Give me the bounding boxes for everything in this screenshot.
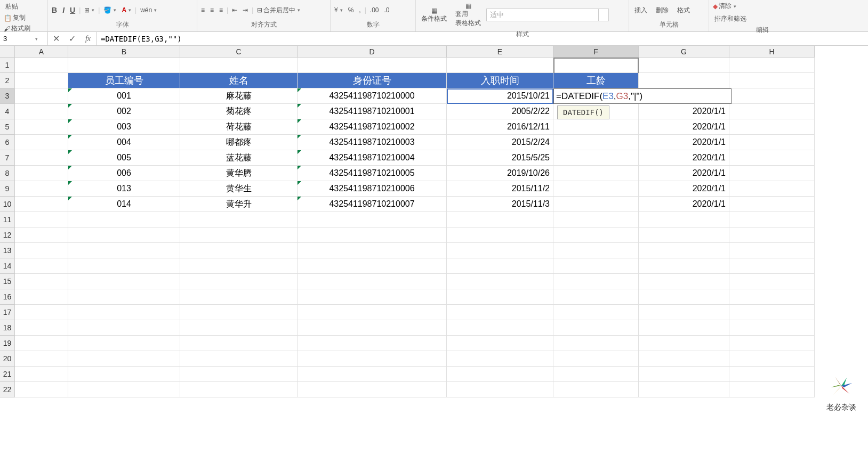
cell[interactable]: 2016/12/11 bbox=[447, 119, 553, 135]
cell[interactable] bbox=[553, 367, 639, 382]
row-header-17[interactable]: 17 bbox=[0, 305, 15, 320]
cell[interactable]: 432541198710210004 bbox=[298, 150, 447, 166]
cell[interactable] bbox=[553, 150, 639, 166]
cell[interactable] bbox=[15, 336, 68, 351]
cell[interactable] bbox=[639, 274, 729, 289]
cell[interactable] bbox=[447, 289, 553, 305]
cell[interactable]: 004 bbox=[68, 135, 180, 150]
cell[interactable]: 432541198710210007 bbox=[298, 197, 447, 212]
cell[interactable] bbox=[639, 336, 729, 351]
cell[interactable]: 432541198710210006 bbox=[298, 181, 447, 197]
cell[interactable] bbox=[639, 73, 729, 88]
cell[interactable]: 001 bbox=[68, 88, 180, 104]
cell[interactable] bbox=[298, 320, 447, 336]
row-header-11[interactable]: 11 bbox=[0, 212, 15, 228]
col-header-F[interactable]: F bbox=[553, 46, 639, 58]
select-all-corner[interactable] bbox=[0, 46, 15, 58]
cell[interactable] bbox=[180, 336, 298, 351]
cell[interactable] bbox=[15, 212, 68, 228]
row-header-21[interactable]: 21 bbox=[0, 367, 15, 382]
align-center-button[interactable]: ≡ bbox=[208, 6, 215, 14]
cell[interactable] bbox=[729, 228, 815, 243]
cell[interactable] bbox=[298, 228, 447, 243]
cell[interactable] bbox=[729, 367, 815, 382]
row-header-13[interactable]: 13 bbox=[0, 243, 15, 258]
row-header-4[interactable]: 4 bbox=[0, 104, 15, 119]
cell[interactable]: 2020/1/1 bbox=[639, 150, 729, 166]
cell[interactable] bbox=[447, 382, 553, 397]
cell[interactable] bbox=[180, 320, 298, 336]
cell[interactable] bbox=[68, 351, 180, 367]
cell[interactable] bbox=[729, 305, 815, 320]
cell[interactable] bbox=[68, 58, 180, 73]
font-color-button[interactable]: A bbox=[120, 6, 133, 14]
name-box-input[interactable] bbox=[3, 35, 35, 43]
cell[interactable] bbox=[298, 336, 447, 351]
formula-input[interactable]: =DATEDIF(E3,G3,"") bbox=[97, 35, 868, 43]
row-header-22[interactable]: 22 bbox=[0, 382, 15, 397]
cell[interactable] bbox=[639, 382, 729, 397]
cell[interactable] bbox=[729, 104, 815, 119]
cell[interactable]: 432541198710210001 bbox=[298, 104, 447, 119]
cell[interactable] bbox=[447, 243, 553, 258]
cell[interactable]: 2020/1/1 bbox=[639, 181, 729, 197]
cell-style-select[interactable]: 适中 bbox=[486, 9, 609, 21]
cell[interactable] bbox=[15, 181, 68, 197]
fx-button[interactable]: fx bbox=[80, 32, 96, 45]
cell[interactable] bbox=[639, 320, 729, 336]
cell[interactable] bbox=[298, 212, 447, 228]
cell[interactable] bbox=[68, 289, 180, 305]
cell[interactable] bbox=[15, 274, 68, 289]
cell[interactable] bbox=[729, 73, 815, 88]
cell[interactable]: 工龄 bbox=[553, 73, 639, 88]
cell[interactable] bbox=[298, 258, 447, 274]
cell[interactable]: 432541198710210003 bbox=[298, 135, 447, 150]
cell[interactable] bbox=[553, 228, 639, 243]
currency-button[interactable]: ¥ bbox=[333, 6, 344, 14]
decimal-dec-button[interactable]: .0 bbox=[383, 6, 391, 14]
row-header-3[interactable]: 3 bbox=[0, 88, 15, 104]
cell[interactable] bbox=[15, 58, 68, 73]
cell[interactable]: 013 bbox=[68, 181, 180, 197]
sort-filter-button[interactable]: 排序和筛选 bbox=[711, 13, 750, 25]
cell[interactable]: 2015/10/21 bbox=[447, 88, 553, 104]
cell[interactable]: 2020/1/1 bbox=[639, 135, 729, 150]
cell[interactable] bbox=[639, 212, 729, 228]
chevron-down-icon[interactable]: ▾ bbox=[35, 36, 38, 42]
cell[interactable]: 2005/2/22 bbox=[447, 104, 553, 119]
cell[interactable] bbox=[639, 228, 729, 243]
cell[interactable] bbox=[298, 305, 447, 320]
cell[interactable] bbox=[298, 351, 447, 367]
align-left-button[interactable]: ≡ bbox=[199, 6, 206, 14]
cell[interactable] bbox=[729, 243, 815, 258]
row-header-20[interactable]: 20 bbox=[0, 351, 15, 367]
cell[interactable]: 黄华升 bbox=[180, 197, 298, 212]
col-header-A[interactable]: A bbox=[15, 46, 68, 58]
cell[interactable] bbox=[447, 305, 553, 320]
cell[interactable]: 002 bbox=[68, 104, 180, 119]
cell[interactable] bbox=[298, 289, 447, 305]
cell[interactable] bbox=[15, 104, 68, 119]
col-header-E[interactable]: E bbox=[447, 46, 553, 58]
cell[interactable]: 432541198710210002 bbox=[298, 119, 447, 135]
cell[interactable]: 荷花藤 bbox=[180, 119, 298, 135]
cell[interactable] bbox=[729, 258, 815, 274]
cell[interactable] bbox=[447, 367, 553, 382]
row-header-8[interactable]: 8 bbox=[0, 166, 15, 181]
cell[interactable] bbox=[639, 351, 729, 367]
row-header-15[interactable]: 15 bbox=[0, 274, 15, 289]
col-header-D[interactable]: D bbox=[298, 46, 447, 58]
cell[interactable] bbox=[553, 305, 639, 320]
cell[interactable] bbox=[729, 320, 815, 336]
cell[interactable] bbox=[729, 197, 815, 212]
cell[interactable] bbox=[15, 243, 68, 258]
cell[interactable] bbox=[15, 382, 68, 397]
cell[interactable]: 入职时间 bbox=[447, 73, 553, 88]
cell[interactable]: 2019/10/26 bbox=[447, 166, 553, 181]
cell[interactable]: 432541198710210005 bbox=[298, 166, 447, 181]
cell[interactable] bbox=[180, 212, 298, 228]
row-header-9[interactable]: 9 bbox=[0, 181, 15, 197]
cell[interactable] bbox=[68, 367, 180, 382]
cell[interactable] bbox=[447, 336, 553, 351]
cell[interactable] bbox=[68, 228, 180, 243]
